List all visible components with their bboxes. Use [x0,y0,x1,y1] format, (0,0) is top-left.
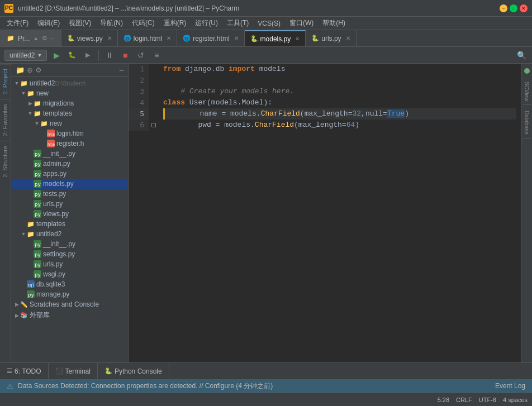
pause-button[interactable]: ⏸ [103,49,116,61]
search-button[interactable]: 🔍 [515,49,528,61]
tree-label-10: models.py [43,180,74,188]
file-tab-label-views: views.py [77,35,103,42]
file-tab-icon-urls: 🐍 [311,35,319,42]
tree-item-0[interactable]: ▼📁untitled2 D:\Student\ [11,78,128,88]
tree-item-19[interactable]: pywsgi.py [11,269,128,279]
file-tab-close-views[interactable]: ✕ [107,35,112,41]
file-tab-register[interactable]: 🌐register.html✕ [177,30,244,46]
sidebar-item-project[interactable]: 1: Project [0,64,11,99]
menu-item-文件(F)[interactable]: 文件(F) [2,17,33,29]
tree-item-7[interactable]: py__init__.py [11,149,128,159]
sidebar-item-favorites[interactable]: 2: Favorites [0,99,11,140]
maximize-button[interactable]: □ [510,4,517,12]
tree-item-5[interactable]: htmllogin.htm [11,128,128,138]
menu-item-视图(V)[interactable]: 视图(V) [64,17,96,29]
project-selector[interactable]: untitled2 ▼ [4,50,47,61]
tree-item-8[interactable]: pyadmin.py [11,159,128,169]
tree-item-14[interactable]: 📁templates [11,219,128,229]
tree-item-22[interactable]: ▶✏️Scratches and Console [11,299,128,309]
indent-setting[interactable]: 4 spaces [503,397,528,403]
project-tab[interactable]: 📁 Pr... ▲ ⚙ – [0,30,61,46]
project-tab-close[interactable]: – [51,35,54,41]
tree-item-21[interactable]: pymanage.py [11,289,128,299]
file-tab-close-models[interactable]: ✕ [295,36,300,42]
tree-item-13[interactable]: pyviews.py [11,209,128,219]
svg-text:sql: sql [27,283,35,288]
code-line-4[interactable]: class User(models.Model): [163,97,516,108]
tree-label-19: wsgi.py [43,270,65,278]
tree-item-17[interactable]: pysettings.py [11,249,128,259]
file-tab-models[interactable]: 🐍models.py✕ [245,30,306,46]
tree-item-2[interactable]: ▶📁migrations [11,98,128,108]
sidebar-collapse-icon[interactable]: – [120,66,124,74]
close-button[interactable]: ✕ [520,4,528,12]
sidebar-settings-icon[interactable]: ⚙ [35,66,42,74]
code-line-3[interactable]: # Create your models here. [163,86,516,97]
event-log[interactable]: Event Log [495,382,525,390]
menu-item-VCS(S)[interactable]: VCS(S) [253,18,285,28]
code-content[interactable]: from django.db import models # Create yo… [159,64,521,131]
file-tab-close-register[interactable]: ✕ [234,35,239,41]
code-line-6[interactable]: pwd = models.CharField(max_length=64) [163,120,516,131]
menu-item-窗口(W)[interactable]: 窗口(W) [285,17,318,29]
project-tab-settings[interactable]: ⚙ [42,35,48,42]
editor-content[interactable]: 123456 from django.db import models # Cr… [129,64,521,362]
tab-python-console[interactable]: 🐍 Python Console [98,363,169,379]
sidebar-item-structure[interactable]: 2. Structure [0,141,11,182]
rerun-button[interactable]: ↺ [135,49,147,61]
tree-item-12[interactable]: pyurls.py [11,199,128,209]
menu-item-重构(R)[interactable]: 重构(R) [159,17,191,29]
svg-text:py: py [35,181,41,187]
project-tab-expand[interactable]: ▲ [33,35,39,41]
tree-item-16[interactable]: py__init__.py [11,239,128,249]
menu-item-工具(T)[interactable]: 工具(T) [222,17,253,29]
menu-item-导航(N)[interactable]: 导航(N) [96,17,127,29]
code-line-2[interactable] [163,75,516,86]
tree-item-10[interactable]: pymodels.py [11,179,128,189]
tab-todo[interactable]: ☰ 6: TODO [0,363,49,379]
tree-item-6[interactable]: htmlregister.h [11,138,128,149]
database-tab[interactable]: Database [522,107,531,138]
tree-item-20[interactable]: sqldb.sqlite3 [11,279,128,289]
tree-item-4[interactable]: ▼📁new [11,118,128,128]
tab-terminal[interactable]: ⬛ Terminal [49,363,98,379]
file-tab-close-login[interactable]: ✕ [167,35,171,41]
svg-text:py: py [35,242,41,247]
tree-icon-16: py [34,240,41,248]
project-selector-label: untitled2 [10,51,35,59]
debug-button[interactable]: 🐛 [66,49,78,61]
menu-item-运行(U)[interactable]: 运行(U) [191,17,222,29]
tree-item-11[interactable]: pytests.py [11,189,128,199]
tree-label-7: __init__.py [43,150,75,157]
menu-item-代码(C)[interactable]: 代码(C) [127,17,159,29]
scview-tab[interactable]: SCView [522,78,531,105]
run-button[interactable]: ▶ [50,49,63,61]
tree-item-18[interactable]: pyurls.py [11,259,128,269]
tree-label-3: templates [43,109,72,117]
tree-item-15[interactable]: ▼📁untitled2 [11,229,128,239]
file-tab-login[interactable]: 🌐login.html✕ [118,30,177,46]
file-tab-icon-register: 🌐 [183,35,191,42]
cursor-position[interactable]: 5:28 [438,397,449,403]
menu-item-编辑(E)[interactable]: 编辑(E) [33,17,64,29]
file-encoding[interactable]: UTF-8 [479,397,496,403]
sidebar-add-icon[interactable]: ⊕ [27,66,33,74]
code-line-5[interactable]: name = models.CharField(max_length=32,nu… [163,108,516,120]
show-coverage-button[interactable]: ≡ [150,49,163,61]
file-tab-label-register: register.html [193,35,229,42]
stop-button[interactable]: ■ [119,49,131,61]
minimize-button[interactable]: – [500,4,507,12]
file-tab-urls[interactable]: 🐍urls.py✕ [306,30,356,46]
line-ending[interactable]: CRLF [456,397,472,403]
run-with-coverage-button[interactable]: ▶ [82,49,94,61]
file-tab-views[interactable]: 🐍views.py✕ [61,30,118,46]
tree-item-1[interactable]: ▼📁new [11,88,128,98]
token: # Create your models here. [163,87,294,95]
tree-item-23[interactable]: ▶📚外部库 [11,309,128,321]
tree-item-3[interactable]: ▼📁templates [11,108,128,118]
tree-item-9[interactable]: pyapps.py [11,169,128,179]
tree-icon-3: 📁 [34,109,41,117]
code-line-1[interactable]: from django.db import models [163,64,516,75]
file-tab-close-urls[interactable]: ✕ [346,35,350,41]
menu-item-帮助(H)[interactable]: 帮助(H) [318,17,350,29]
